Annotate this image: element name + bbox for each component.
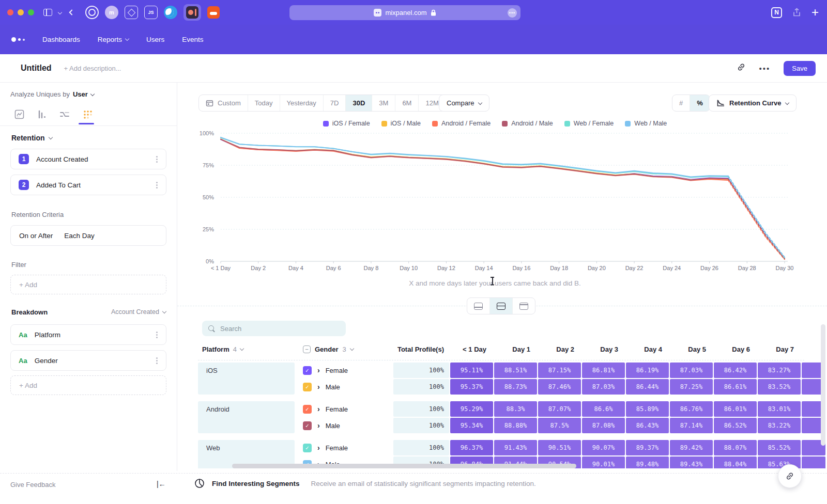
vertical-scrollbar[interactable] [821, 324, 825, 446]
retention-value-cell[interactable]: 95.11% [450, 363, 493, 378]
soundcloud-icon[interactable] [207, 6, 220, 19]
kebab-menu-icon[interactable] [156, 360, 158, 361]
add-description[interactable]: + Add description... [64, 65, 121, 72]
minimize-window-icon[interactable] [18, 9, 24, 15]
retention-value-cell[interactable]: 87.08% [582, 418, 625, 433]
retention-value-cell[interactable]: 87.07% [538, 401, 581, 417]
notion-extension-icon[interactable]: N [771, 7, 782, 18]
breakdown-scope-selector[interactable]: Account Created [111, 308, 166, 316]
range-30d[interactable]: 30D [345, 95, 372, 111]
expand-chevron-icon[interactable]: › [317, 421, 320, 430]
analyze-uniques-control[interactable]: Analyze Uniques by User [10, 90, 94, 98]
range-6m[interactable]: 6M [395, 95, 418, 111]
give-feedback-link[interactable]: Give Feedback [10, 481, 55, 489]
retention-value-cell-clipped[interactable] [802, 456, 825, 468]
retention-value-cell[interactable]: 89.37% [626, 440, 669, 455]
copy-link-icon[interactable] [737, 62, 746, 74]
add-breakdown-button[interactable]: + Add [10, 375, 166, 395]
retention-value-cell[interactable]: 86.6% [582, 401, 625, 417]
zoom-window-icon[interactable] [28, 9, 34, 15]
retention-value-cell[interactable]: 87.03% [582, 379, 625, 395]
retention-value-cell[interactable]: 88.04% [714, 456, 757, 468]
retention-value-cell[interactable]: 85.52% [758, 440, 801, 455]
criteria-on-or-after[interactable]: On or After [19, 232, 53, 240]
platform-cell[interactable]: Android [198, 401, 295, 433]
column-header-gender[interactable]: – Gender 3 [296, 345, 392, 353]
url-bar[interactable]: •• mixpanel.com ••• [289, 5, 520, 20]
analyze-value[interactable]: User [73, 90, 88, 98]
add-filter-button[interactable]: + Add [10, 275, 166, 294]
retention-value-cell[interactable]: 86.01% [714, 401, 757, 417]
retention-value-cell[interactable]: 89.42% [670, 440, 713, 455]
legend-item[interactable]: iOS / Male [381, 120, 421, 127]
series-checkbox[interactable]: ✓ [303, 405, 312, 414]
column-header--1-day[interactable]: < 1 Day [450, 345, 493, 353]
expand-chevron-icon[interactable]: › [317, 383, 320, 391]
tab-retention[interactable] [81, 107, 94, 121]
kebab-menu-icon[interactable] [156, 334, 158, 336]
retention-value-cell[interactable]: 95.29% [450, 401, 493, 417]
unit-absolute-button[interactable]: # [672, 95, 690, 111]
sidebar-toggle-icon[interactable] [43, 9, 52, 16]
retention-value-cell[interactable]: 86.61% [714, 379, 757, 395]
retention-value-cell[interactable]: 86.19% [626, 363, 669, 378]
retention-value-cell[interactable]: 89.48% [626, 456, 669, 468]
retention-value-cell[interactable]: 83.52% [758, 379, 801, 395]
retention-value-cell[interactable]: 88.73% [494, 379, 537, 395]
column-header-day-4[interactable]: Day 4 [626, 345, 669, 353]
horizontal-scrollbar[interactable] [232, 464, 576, 468]
legend-item[interactable]: Web / Female [564, 120, 614, 127]
bird-icon[interactable] [164, 6, 177, 19]
column-header-day-1[interactable]: Day 1 [494, 345, 537, 353]
retention-value-cell[interactable]: 95.37% [450, 379, 493, 395]
legend-item[interactable]: Web / Male [625, 120, 667, 127]
retention-value-cell[interactable]: 88.88% [494, 418, 537, 433]
column-header-day-6[interactable]: Day 6 [714, 345, 757, 353]
retention-value-cell[interactable]: 87.25% [670, 379, 713, 395]
share-icon[interactable] [792, 8, 801, 17]
retention-value-cell[interactable]: 83.01% [758, 401, 801, 417]
nav-link-dashboards[interactable]: Dashboards [42, 36, 80, 43]
expand-chevron-icon[interactable]: › [317, 444, 320, 452]
range-7d[interactable]: 7D [323, 95, 346, 111]
new-tab-icon[interactable]: + [811, 6, 819, 19]
tab-funnels[interactable] [35, 107, 49, 121]
series-checkbox[interactable]: ✓ [303, 366, 312, 375]
compare-button[interactable]: Compare [439, 94, 489, 112]
retention-value-cell[interactable]: 88.3% [494, 401, 537, 417]
retention-value-cell[interactable]: 86.76% [670, 401, 713, 417]
retention-value-cell[interactable]: 83.22% [758, 418, 801, 433]
legend-item[interactable]: iOS / Female [323, 120, 370, 127]
collapse-sidebar-icon[interactable]: |← [157, 480, 166, 488]
retention-value-cell[interactable]: 87.15% [538, 363, 581, 378]
expand-chevron-icon[interactable]: › [317, 366, 320, 374]
retention-value-cell[interactable]: 86.44% [626, 379, 669, 395]
select-all-checkbox[interactable]: – [303, 345, 311, 353]
retention-value-cell[interactable]: 86.52% [714, 418, 757, 433]
range-custom[interactable]: Custom [199, 95, 248, 111]
range-today[interactable]: Today [248, 95, 280, 111]
retention-value-cell[interactable]: 86.81% [582, 363, 625, 378]
criteria-each-day[interactable]: Each Day [64, 232, 95, 240]
floating-share-link-button[interactable] [778, 464, 802, 488]
legend-item[interactable]: Android / Female [432, 120, 491, 127]
retention-value-cell[interactable]: 88.07% [714, 440, 757, 455]
range-3m[interactable]: 3M [372, 95, 395, 111]
save-button[interactable]: Save [784, 61, 816, 76]
series-checkbox[interactable]: ✓ [303, 383, 312, 391]
cube-icon[interactable] [125, 6, 138, 19]
retention-value-cell[interactable]: 91.43% [494, 440, 537, 455]
retention-value-cell[interactable]: 86.43% [626, 418, 669, 433]
kebab-menu-icon[interactable] [156, 184, 158, 186]
retention-value-cell[interactable]: 87.46% [538, 379, 581, 395]
url-more-icon[interactable]: ••• [508, 8, 517, 18]
active-tab-highlight[interactable] [183, 4, 201, 21]
retention-chart[interactable]: 100%75%50%25%0%< 1 DayDay 2Day 4Day 6Day… [199, 128, 799, 278]
range-yesterday[interactable]: Yesterday [280, 95, 323, 111]
find-segments-title[interactable]: Find Interesting Segments [212, 480, 300, 487]
column-header-day-2[interactable]: Day 2 [538, 345, 581, 353]
retention-value-cell[interactable]: 83.27% [758, 363, 801, 378]
step-card-added-to-cart[interactable]: 2 Added To Cart [10, 175, 166, 195]
retention-value-cell[interactable]: 88.51% [494, 363, 537, 378]
view-table-only-button[interactable] [512, 298, 535, 314]
